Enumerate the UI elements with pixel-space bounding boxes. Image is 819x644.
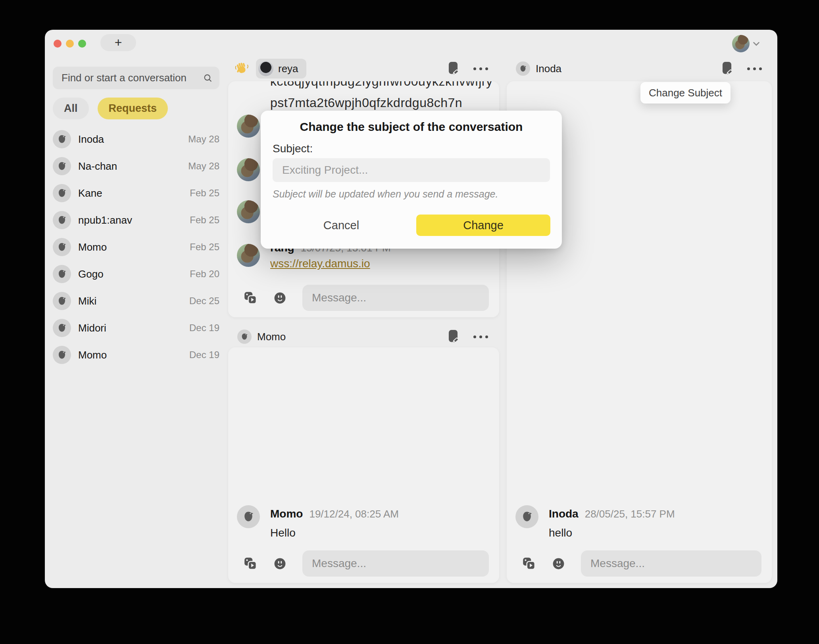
conversation-name: Inoda	[78, 133, 181, 146]
conversation-name: Momo	[78, 241, 183, 253]
conversation-name: Kane	[78, 187, 183, 199]
conversation-name: npub1:anav	[78, 214, 183, 226]
conversation-row-inoda[interactable]: Inoda May 28	[53, 126, 219, 153]
dialog-title: Change the subject of the conversation	[261, 120, 562, 134]
change-subject-dialog: Change the subject of the conversation S…	[261, 111, 562, 249]
cancel-button[interactable]: Cancel	[296, 215, 386, 236]
contact-avatar-ostrich-icon	[53, 346, 71, 364]
search-icon	[203, 73, 213, 85]
message-input[interactable]	[302, 285, 489, 311]
momo-avatar-ostrich-icon	[237, 330, 252, 344]
change-subject-icon[interactable]	[446, 61, 460, 76]
more-options-icon[interactable]	[472, 66, 490, 72]
wave-icon	[235, 61, 249, 76]
conversation-row-momo[interactable]: Momo Feb 25	[53, 234, 219, 261]
contact-avatar-ostrich-icon	[53, 157, 71, 175]
peer-pill-reya[interactable]: reya	[256, 59, 306, 79]
rang-avatar	[237, 200, 260, 223]
conversation-name: Na-chan	[78, 160, 181, 172]
contact-avatar-ostrich-icon	[53, 238, 71, 256]
message-timestamp: 19/12/24, 08:25 AM	[309, 508, 399, 520]
conversation-row-miki[interactable]: Miki Dec 25	[53, 288, 219, 314]
message-text: hello	[549, 527, 572, 539]
peer-name: reya	[278, 63, 298, 75]
conversation-row-kane[interactable]: Kane Feb 25	[53, 180, 219, 207]
message-sender: Momo	[270, 508, 303, 520]
conversation-row-momo-2[interactable]: Momo Dec 19	[53, 341, 219, 368]
emoji-icon[interactable]	[273, 291, 286, 305]
message-text: Hello	[270, 527, 296, 539]
conversation-date: Dec 19	[189, 322, 219, 334]
conversation-name: Miki	[78, 295, 182, 307]
close-window-button[interactable]	[54, 40, 62, 48]
conversation-date: Dec 25	[189, 295, 219, 307]
conversation-date: Feb 25	[190, 242, 219, 253]
contact-avatar-ostrich-icon	[53, 184, 71, 202]
conversation-name: Midori	[78, 322, 182, 334]
minimize-window-button[interactable]	[66, 40, 74, 48]
emoji-icon[interactable]	[552, 557, 565, 570]
attach-media-icon[interactable]	[522, 556, 536, 571]
contact-avatar-ostrich-icon	[53, 319, 71, 337]
zoom-window-button[interactable]	[78, 40, 86, 48]
message-timestamp: 28/05/25, 15:57 PM	[585, 508, 675, 520]
chevron-down-icon[interactable]	[751, 38, 761, 49]
change-subject-icon[interactable]	[446, 329, 460, 344]
new-tab-button[interactable]: +	[100, 34, 136, 51]
chat-title: Inoda	[536, 63, 561, 75]
conversation-date: May 28	[188, 161, 219, 172]
change-button[interactable]: Change	[416, 215, 550, 236]
rang-avatar	[237, 115, 260, 138]
message-input[interactable]	[581, 550, 761, 577]
inoda-avatar-ostrich-icon	[515, 505, 538, 528]
conversation-name: Gogo	[78, 268, 183, 280]
conversation-row-midori[interactable]: Midori Dec 19	[53, 314, 219, 341]
conversation-date: Dec 19	[189, 349, 219, 360]
conversation-list: Inoda May 28 Na-chan May 28 Kane Feb 25 …	[53, 126, 219, 368]
more-options-icon[interactable]	[472, 334, 490, 340]
emoji-icon[interactable]	[273, 557, 286, 570]
rang-avatar	[237, 158, 260, 181]
conversation-row-na-chan[interactable]: Na-chan May 28	[53, 153, 219, 180]
account-avatar[interactable]	[732, 35, 750, 52]
relay-link[interactable]: wss://relay.damus.io	[270, 257, 370, 270]
conversation-name: Momo	[78, 349, 182, 361]
contact-avatar-ostrich-icon	[53, 292, 71, 310]
inoda-avatar-ostrich-icon	[516, 61, 530, 76]
reya-avatar	[258, 61, 273, 76]
message-input[interactable]	[302, 550, 489, 577]
momo-avatar-ostrich-icon	[237, 505, 260, 528]
tab-all[interactable]: All	[53, 98, 89, 119]
rang-avatar	[237, 244, 260, 267]
chat-title: Momo	[257, 331, 286, 343]
conversation-row-npub1anav[interactable]: npub1:anav Feb 25	[53, 207, 219, 234]
conversation-date: Feb 25	[190, 215, 219, 226]
attach-media-icon[interactable]	[243, 291, 258, 305]
contact-avatar-ostrich-icon	[53, 130, 71, 148]
search-input[interactable]	[53, 67, 219, 89]
npub-text: pst7mta2t6wpjh0qfzkdrdgu8ch7n	[270, 96, 462, 110]
more-options-icon[interactable]	[746, 66, 763, 72]
subject-input[interactable]	[273, 158, 550, 182]
conversation-date: May 28	[188, 134, 219, 145]
conversation-date: Feb 20	[190, 268, 219, 280]
message-sender: Inoda	[549, 508, 579, 520]
npub-text-clipped: kct8qjyqtfnpdg2lygnfwr00uykzknvwfjry	[270, 81, 492, 89]
screen: + All Requests Inoda May 28	[0, 0, 819, 644]
contact-avatar-ostrich-icon	[53, 211, 71, 229]
search-bar	[53, 67, 219, 89]
chat-panel-momo: Momo 19/12/24, 08:25 AM Hello	[228, 347, 499, 583]
conversation-row-gogo[interactable]: Gogo Feb 20	[53, 261, 219, 288]
attach-media-icon[interactable]	[243, 556, 258, 571]
change-subject-icon[interactable]	[720, 61, 734, 76]
change-subject-tooltip: Change Subject	[640, 82, 731, 104]
contact-avatar-ostrich-icon	[53, 265, 71, 283]
conversation-date: Feb 25	[190, 188, 219, 199]
subject-helper-text: Subject will be updated when you send a …	[273, 188, 498, 200]
app-window: + All Requests Inoda May 28	[45, 30, 777, 588]
subject-label: Subject:	[273, 142, 313, 155]
tab-requests[interactable]: Requests	[98, 98, 168, 119]
